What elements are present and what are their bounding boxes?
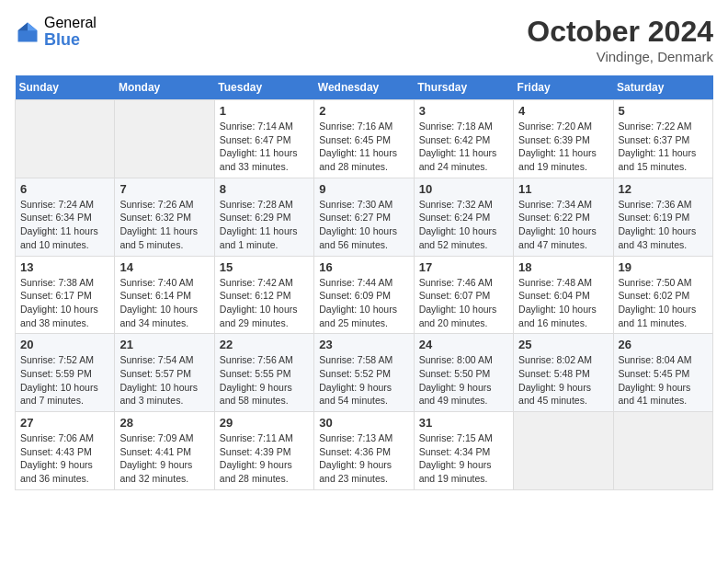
day-info: Sunrise: 7:46 AM Sunset: 6:07 PM Dayligh… xyxy=(419,276,508,330)
sunrise-label: Sunrise: 7:38 AM xyxy=(20,277,94,288)
title-block: October 2024 Vindinge, Denmark xyxy=(527,15,713,64)
sunset-label: Sunset: 6:37 PM xyxy=(619,134,690,145)
day-number: 17 xyxy=(419,260,508,274)
day-number: 18 xyxy=(518,260,608,274)
day-info: Sunrise: 7:34 AM Sunset: 6:22 PM Dayligh… xyxy=(518,198,608,252)
sunrise-label: Sunrise: 7:06 AM xyxy=(20,432,94,443)
calendar-cell: 1 Sunrise: 7:14 AM Sunset: 6:47 PM Dayli… xyxy=(214,100,313,178)
day-info: Sunrise: 7:22 AM Sunset: 6:37 PM Dayligh… xyxy=(619,120,708,174)
svg-marker-2 xyxy=(18,22,28,30)
sunset-label: Sunset: 6:42 PM xyxy=(419,134,491,145)
sunset-label: Sunset: 4:43 PM xyxy=(20,446,92,457)
day-number: 28 xyxy=(119,416,209,430)
day-info: Sunrise: 8:02 AM Sunset: 5:48 PM Dayligh… xyxy=(518,353,608,408)
page-header: General Blue October 2024 Vindinge, Denm… xyxy=(15,15,713,64)
sunset-label: Sunset: 5:52 PM xyxy=(319,368,391,379)
day-number: 11 xyxy=(518,182,608,196)
sunrise-label: Sunrise: 7:28 AM xyxy=(220,199,293,210)
sunrise-label: Sunrise: 7:44 AM xyxy=(319,277,392,288)
calendar-cell xyxy=(115,100,214,178)
daylight-label: Daylight: 11 hours and 19 minutes. xyxy=(518,147,597,172)
sunset-label: Sunset: 6:04 PM xyxy=(518,290,590,301)
header-row: SundayMondayTuesdayWednesdayThursdayFrid… xyxy=(16,75,713,100)
daylight-label: Daylight: 10 hours and 29 minutes. xyxy=(220,304,298,328)
calendar-header: SundayMondayTuesdayWednesdayThursdayFrid… xyxy=(16,75,713,100)
daylight-label: Daylight: 11 hours and 15 minutes. xyxy=(619,147,697,172)
calendar-cell: 29 Sunrise: 7:11 AM Sunset: 4:39 PM Dayl… xyxy=(214,412,313,490)
day-number: 25 xyxy=(518,338,608,351)
sunrise-label: Sunrise: 7:15 AM xyxy=(419,432,493,443)
day-info: Sunrise: 8:04 AM Sunset: 5:45 PM Dayligh… xyxy=(619,353,708,408)
sunrise-label: Sunrise: 7:14 AM xyxy=(220,121,293,132)
day-info: Sunrise: 7:30 AM Sunset: 6:27 PM Dayligh… xyxy=(319,198,408,252)
day-number: 3 xyxy=(419,104,508,118)
day-info: Sunrise: 7:48 AM Sunset: 6:04 PM Dayligh… xyxy=(518,276,608,330)
sunrise-label: Sunrise: 7:34 AM xyxy=(518,199,592,210)
calendar-cell: 20 Sunrise: 7:52 AM Sunset: 5:59 PM Dayl… xyxy=(16,334,115,412)
weekday-header: Tuesday xyxy=(214,75,313,100)
sunset-label: Sunset: 4:39 PM xyxy=(220,446,291,457)
sunset-label: Sunset: 6:07 PM xyxy=(419,290,491,301)
daylight-label: Daylight: 10 hours and 34 minutes. xyxy=(119,304,198,328)
sunset-label: Sunset: 5:59 PM xyxy=(20,368,92,379)
sunset-label: Sunset: 5:57 PM xyxy=(119,368,191,379)
calendar-cell: 7 Sunrise: 7:26 AM Sunset: 6:32 PM Dayli… xyxy=(115,178,214,256)
daylight-label: Daylight: 11 hours and 28 minutes. xyxy=(319,147,397,172)
daylight-label: Daylight: 10 hours and 3 minutes. xyxy=(119,382,198,407)
day-number: 20 xyxy=(20,338,109,351)
sunrise-label: Sunrise: 7:40 AM xyxy=(119,277,193,288)
calendar-week-row: 20 Sunrise: 7:52 AM Sunset: 5:59 PM Dayl… xyxy=(16,334,713,412)
sunrise-label: Sunrise: 7:24 AM xyxy=(20,199,94,210)
day-info: Sunrise: 7:18 AM Sunset: 6:42 PM Dayligh… xyxy=(419,120,508,174)
calendar-week-row: 13 Sunrise: 7:38 AM Sunset: 6:17 PM Dayl… xyxy=(16,256,713,334)
sunrise-label: Sunrise: 7:50 AM xyxy=(619,277,692,288)
sunset-label: Sunset: 6:45 PM xyxy=(319,134,391,145)
day-info: Sunrise: 8:00 AM Sunset: 5:50 PM Dayligh… xyxy=(419,353,508,408)
daylight-label: Daylight: 11 hours and 24 minutes. xyxy=(419,147,497,172)
calendar-week-row: 1 Sunrise: 7:14 AM Sunset: 6:47 PM Dayli… xyxy=(16,100,713,178)
sunset-label: Sunset: 5:55 PM xyxy=(220,368,291,379)
sunrise-label: Sunrise: 7:11 AM xyxy=(220,432,293,443)
sunrise-label: Sunrise: 8:02 AM xyxy=(518,354,592,365)
sunset-label: Sunset: 6:19 PM xyxy=(619,212,690,223)
sunset-label: Sunset: 6:24 PM xyxy=(419,212,491,223)
day-number: 27 xyxy=(20,416,109,430)
daylight-label: Daylight: 9 hours and 54 minutes. xyxy=(319,382,392,407)
calendar-cell: 9 Sunrise: 7:30 AM Sunset: 6:27 PM Dayli… xyxy=(314,178,414,256)
day-info: Sunrise: 7:50 AM Sunset: 6:02 PM Dayligh… xyxy=(619,276,708,330)
sunrise-label: Sunrise: 7:52 AM xyxy=(20,354,94,365)
day-info: Sunrise: 7:38 AM Sunset: 6:17 PM Dayligh… xyxy=(20,276,109,330)
calendar-cell: 12 Sunrise: 7:36 AM Sunset: 6:19 PM Dayl… xyxy=(613,178,712,256)
calendar-cell: 14 Sunrise: 7:40 AM Sunset: 6:14 PM Dayl… xyxy=(115,256,214,334)
daylight-label: Daylight: 9 hours and 49 minutes. xyxy=(419,382,492,407)
sunset-label: Sunset: 4:34 PM xyxy=(419,446,491,457)
day-number: 2 xyxy=(319,104,408,118)
logo: General Blue xyxy=(15,15,97,49)
daylight-label: Daylight: 9 hours and 58 minutes. xyxy=(220,382,292,407)
day-info: Sunrise: 7:16 AM Sunset: 6:45 PM Dayligh… xyxy=(319,120,408,174)
daylight-label: Daylight: 10 hours and 7 minutes. xyxy=(20,382,98,407)
day-number: 31 xyxy=(419,416,508,430)
sunrise-label: Sunrise: 7:32 AM xyxy=(419,199,493,210)
calendar-cell: 6 Sunrise: 7:24 AM Sunset: 6:34 PM Dayli… xyxy=(16,178,115,256)
sunset-label: Sunset: 6:27 PM xyxy=(319,212,391,223)
day-number: 14 xyxy=(119,260,209,274)
sunrise-label: Sunrise: 7:46 AM xyxy=(419,277,493,288)
logo-icon xyxy=(15,19,40,45)
daylight-label: Daylight: 10 hours and 25 minutes. xyxy=(319,304,397,328)
sunrise-label: Sunrise: 7:16 AM xyxy=(319,121,392,132)
day-info: Sunrise: 7:28 AM Sunset: 6:29 PM Dayligh… xyxy=(220,198,309,252)
day-number: 5 xyxy=(619,104,708,118)
sunset-label: Sunset: 5:45 PM xyxy=(619,368,690,379)
sunset-label: Sunset: 6:34 PM xyxy=(20,212,92,223)
calendar-cell: 22 Sunrise: 7:56 AM Sunset: 5:55 PM Dayl… xyxy=(214,334,313,412)
daylight-label: Daylight: 9 hours and 36 minutes. xyxy=(20,459,93,484)
daylight-label: Daylight: 10 hours and 11 minutes. xyxy=(619,304,697,328)
sunrise-label: Sunrise: 7:09 AM xyxy=(119,432,193,443)
sunrise-label: Sunrise: 7:20 AM xyxy=(518,121,592,132)
daylight-label: Daylight: 10 hours and 43 minutes. xyxy=(619,225,697,250)
daylight-label: Daylight: 11 hours and 1 minute. xyxy=(220,225,298,250)
daylight-label: Daylight: 10 hours and 52 minutes. xyxy=(419,225,497,250)
daylight-label: Daylight: 10 hours and 38 minutes. xyxy=(20,304,98,328)
calendar-cell: 16 Sunrise: 7:44 AM Sunset: 6:09 PM Dayl… xyxy=(314,256,414,334)
